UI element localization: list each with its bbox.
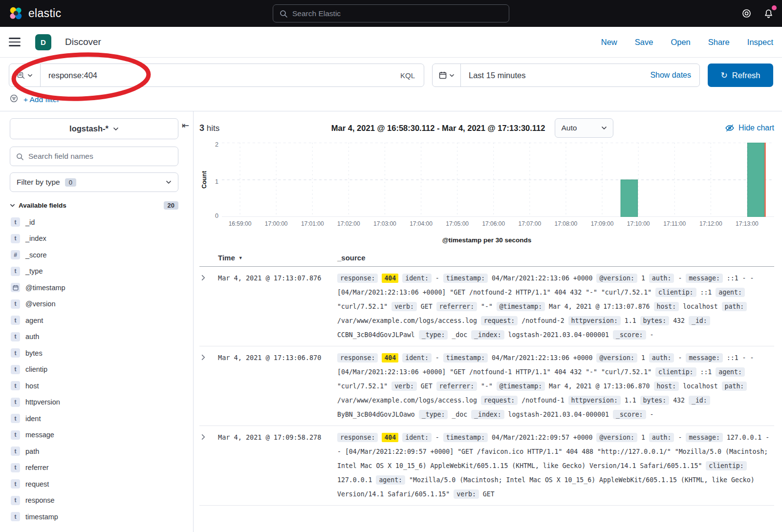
field-name: auth xyxy=(25,333,39,340)
source-field-key: verb: xyxy=(391,302,417,311)
field-item-bytes[interactable]: tbytes xyxy=(10,345,193,362)
expand-row-icon[interactable] xyxy=(199,430,207,441)
field-type-date-icon xyxy=(11,283,20,292)
field-item-@version[interactable]: t@version xyxy=(10,296,193,313)
y-axis-ticks: 210 xyxy=(209,143,222,217)
field-search xyxy=(10,147,178,166)
doc-time: Mar 4, 2021 @ 17:09:58.278 xyxy=(218,430,337,501)
expand-row-icon[interactable] xyxy=(199,271,207,281)
calendar-menu-button[interactable] xyxy=(433,64,461,86)
collapse-sidebar-icon[interactable]: ⇤ xyxy=(182,121,189,130)
source-field-key: _type: xyxy=(419,330,448,340)
source-field-key: response: xyxy=(337,433,378,442)
field-type-string-icon: t xyxy=(11,496,20,505)
field-item-httpversion[interactable]: thttpversion xyxy=(10,394,193,411)
action-save-link[interactable]: Save xyxy=(635,38,653,47)
field-item-_score[interactable]: #_score xyxy=(10,247,193,263)
action-new-link[interactable]: New xyxy=(601,38,617,47)
field-type-string-icon: t xyxy=(11,299,20,309)
hide-chart-link[interactable]: Hide chart xyxy=(725,124,774,132)
x-tick-label: 17:13:00 xyxy=(736,220,759,227)
filter-by-type[interactable]: Filter by type 0 xyxy=(10,172,178,192)
chart-time-range: Mar 4, 2021 @ 16:58:30.112 - Mar 4, 2021… xyxy=(331,124,545,133)
source-field-key: timestamp: xyxy=(443,433,488,442)
source-field-key: timestamp: xyxy=(443,274,488,283)
source-field-key: message: xyxy=(686,274,723,283)
source-field-key: path: xyxy=(722,382,747,391)
field-item-request[interactable]: trequest xyxy=(10,476,193,492)
show-dates-link[interactable]: Show dates xyxy=(642,71,699,80)
saved-query-menu-button[interactable] xyxy=(9,64,41,86)
field-type-string-icon: t xyxy=(11,348,20,358)
available-fields-header[interactable]: Available fields 20 xyxy=(10,201,178,210)
y-tick-label: 1 xyxy=(215,179,218,185)
alerts-bell-icon[interactable] xyxy=(764,9,773,18)
chevron-down-icon xyxy=(166,179,172,185)
elastic-logo[interactable]: elastic xyxy=(9,6,61,21)
x-tick-label: 17:12:00 xyxy=(699,220,722,227)
expand-row-icon[interactable] xyxy=(199,351,207,361)
query-input[interactable] xyxy=(41,64,391,86)
source-field-key: auth: xyxy=(649,433,674,442)
field-item-path[interactable]: tpath xyxy=(10,443,193,460)
field-search-input[interactable] xyxy=(28,152,172,161)
global-search-input[interactable] xyxy=(292,9,502,18)
field-type-string-icon: t xyxy=(11,217,20,227)
field-item-referrer[interactable]: treferrer xyxy=(10,460,193,476)
field-item-_id[interactable]: t_id xyxy=(10,214,193,231)
chevron-down-icon xyxy=(27,73,33,78)
x-tick-label: 16:59:00 xyxy=(229,220,252,227)
source-field-key: clientip: xyxy=(655,367,696,377)
field-type-string-icon: t xyxy=(11,316,20,325)
field-item-_type[interactable]: t_type xyxy=(10,263,193,280)
field-item-auth[interactable]: tauth xyxy=(10,329,193,345)
field-name: agent xyxy=(25,317,43,324)
field-item-clientip[interactable]: tclientip xyxy=(10,362,193,378)
sort-desc-icon: ▼ xyxy=(239,255,243,260)
source-field-key: referrer: xyxy=(436,382,477,391)
table-header: Time ▼ _source xyxy=(199,254,774,267)
action-share-link[interactable]: Share xyxy=(708,38,730,47)
menu-hamburger-icon[interactable] xyxy=(9,37,21,47)
action-inspect-link[interactable]: Inspect xyxy=(747,38,773,47)
add-filter-link[interactable]: + Add filter xyxy=(23,95,60,104)
field-item-timestamp[interactable]: ttimestamp xyxy=(10,509,193,525)
field-list: t_idt_index#_scoret_type@timestampt@vers… xyxy=(10,214,193,525)
kql-button[interactable]: KQL xyxy=(391,64,424,86)
source-field-key: ident: xyxy=(402,433,432,442)
filter-icon[interactable] xyxy=(10,94,18,105)
field-item-message[interactable]: tmessage xyxy=(10,427,193,444)
action-open-link[interactable]: Open xyxy=(671,38,690,47)
field-name: _index xyxy=(25,234,46,242)
logo-text: elastic xyxy=(28,7,61,20)
help-icon[interactable] xyxy=(742,9,751,18)
field-item-_index[interactable]: t_index xyxy=(10,231,193,247)
field-type-string-icon: t xyxy=(11,430,20,440)
x-tick-label: 17:00:00 xyxy=(265,220,288,227)
source-field-key: agent: xyxy=(376,475,405,485)
refresh-button[interactable]: ↻ Refresh xyxy=(708,64,773,87)
field-type-string-icon: t xyxy=(11,381,20,390)
highlighted-term: 404 xyxy=(382,433,398,442)
field-name: ident xyxy=(25,415,41,423)
field-name: _id xyxy=(25,218,35,226)
source-field-key: verb: xyxy=(454,489,479,499)
doc-source: response: 404 ident: - timestamp: 04/Mar… xyxy=(337,351,774,422)
source-field-key: _score: xyxy=(613,330,646,340)
field-name: host xyxy=(25,382,39,390)
index-pattern-selector[interactable]: logstash-* xyxy=(10,118,178,139)
field-item-response[interactable]: tresponse xyxy=(10,492,193,509)
field-item-agent[interactable]: tagent xyxy=(10,312,193,329)
chart-header: 3 hits Mar 4, 2021 @ 16:58:30.112 - Mar … xyxy=(199,116,774,140)
field-type-string-icon: t xyxy=(11,447,20,456)
time-column-header[interactable]: Time ▼ xyxy=(218,254,337,262)
x-tick-label: 17:05:00 xyxy=(446,220,469,227)
source-field-key: _id: xyxy=(689,316,710,325)
field-item-host[interactable]: thost xyxy=(10,378,193,394)
field-item-@timestamp[interactable]: @timestamp xyxy=(10,279,193,296)
source-field-key: @timestamp: xyxy=(497,382,545,391)
time-range-value[interactable]: Last 15 minutes xyxy=(461,71,533,80)
field-type-string-icon: t xyxy=(11,512,20,521)
field-item-ident[interactable]: tident xyxy=(10,410,193,427)
interval-select[interactable]: Auto xyxy=(555,118,613,138)
